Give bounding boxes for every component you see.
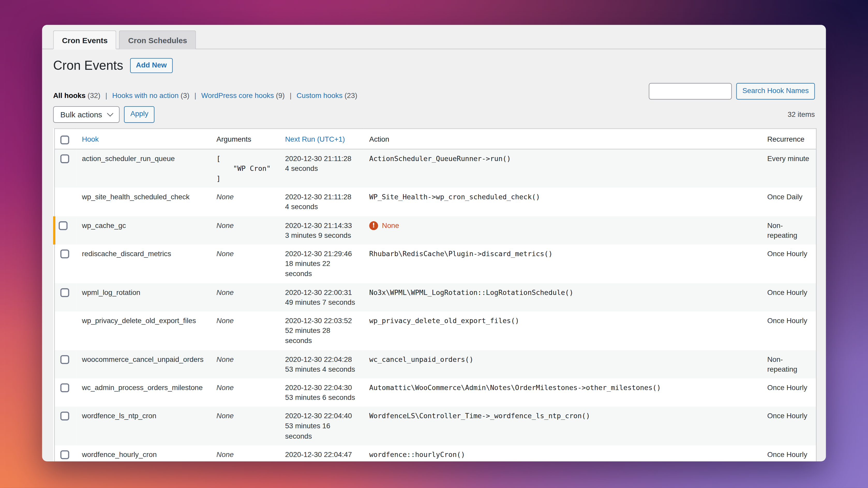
next-run-datetime: 2020-12-30 21:29:46 — [285, 249, 358, 259]
action-none-label: None — [382, 221, 399, 231]
recurrence-cell: Every minute — [762, 149, 816, 188]
column-header-hook[interactable]: Hook — [76, 128, 211, 149]
bulk-actions-toolbar: Bulk actions Apply 32 items — [53, 106, 815, 123]
row-checkbox-cell — [54, 216, 76, 245]
table-row: wp_site_health_scheduled_checkNone2020-1… — [54, 188, 816, 216]
row-checkbox[interactable] — [60, 450, 69, 459]
add-new-button[interactable]: Add New — [130, 58, 173, 73]
row-checkbox-cell — [54, 312, 76, 350]
action-cell: Automattic\WooCommerce\Admin\Notes\Order… — [364, 379, 762, 407]
title-row: Cron Events Add New — [53, 58, 815, 74]
action-callback: wordfence::hourlyCron() — [369, 450, 465, 459]
tab-cron-events[interactable]: Cron Events — [53, 31, 116, 50]
filter-count: (23) — [344, 91, 357, 99]
action-callback: ActionScheduler_QueueRunner->run() — [369, 154, 511, 163]
table-row: action_scheduler_run_queue[ "WP Cron" ]2… — [54, 149, 816, 188]
recurrence-cell: Once Hourly — [762, 445, 816, 461]
next-run-datetime: 2020-12-30 22:04:47 — [285, 450, 358, 460]
filter-item: Hooks with no action (3) — [100, 91, 189, 99]
warning-icon: ! — [369, 221, 378, 230]
arguments-cell: None — [211, 379, 279, 407]
filter-count: (32) — [87, 91, 100, 99]
table-row: woocommerce_cancel_unpaid_ordersNone2020… — [54, 350, 816, 379]
column-header-action: Action — [364, 128, 762, 149]
arguments-json: [ "WP Cron" ] — [216, 154, 274, 184]
recurrence-cell: Once Hourly — [762, 379, 816, 407]
row-checkbox[interactable] — [59, 221, 67, 230]
next-run-cell: 2020-12-30 22:04:4053 minutes 16 seconds — [280, 407, 364, 445]
filter-wordpress-core-hooks[interactable]: WordPress core hooks (9) — [201, 91, 285, 99]
row-checkbox[interactable] — [60, 412, 69, 421]
filter-custom-hooks[interactable]: Custom hooks (23) — [297, 91, 357, 99]
next-run-cell: 2020-12-30 21:11:284 seconds — [280, 149, 364, 188]
next-run-relative: 49 minutes 7 seconds — [285, 297, 358, 307]
hook-name-cell: wp_cache_gc — [76, 216, 211, 245]
next-run-cell: 2020-12-30 21:29:4618 minutes 22 seconds — [280, 245, 364, 283]
recurrence-cell: Once Hourly — [762, 312, 816, 350]
filter-item: Custom hooks (23) — [285, 91, 358, 99]
hook-name-cell: rediscache_discard_metrics — [76, 245, 211, 283]
next-run-relative: 3 minutes 9 seconds — [285, 231, 358, 241]
row-checkbox[interactable] — [60, 383, 69, 392]
column-header-recurrence: Recurrence — [762, 128, 816, 149]
table-row: wp_cache_gcNone2020-12-30 21:14:333 minu… — [54, 216, 816, 245]
search-hook-names-button[interactable]: Search Hook Names — [736, 83, 815, 99]
action-callback: Automattic\WooCommerce\Admin\Notes\Order… — [369, 383, 661, 392]
next-run-datetime: 2020-12-30 22:04:28 — [285, 354, 358, 364]
arguments-cell: None — [211, 445, 279, 461]
filter-all-hooks[interactable]: All hooks (32) — [53, 91, 100, 99]
action-cell: wordfence::hourlyCron() — [364, 445, 762, 461]
action-cell: wp_privacy_delete_old_export_files() — [364, 312, 762, 350]
chevron-down-icon — [107, 110, 114, 116]
items-count: 32 items — [787, 110, 815, 119]
column-header-next-run[interactable]: Next Run (UTC+1) — [280, 128, 364, 149]
filter-hooks-with-no-action[interactable]: Hooks with no action (3) — [112, 91, 190, 99]
tab-cron-schedules[interactable]: Cron Schedules — [119, 31, 196, 50]
next-run-cell: 2020-12-30 22:03:5252 minutes 28 seconds — [280, 312, 364, 350]
next-run-cell: 2020-12-30 21:14:333 minutes 9 seconds — [280, 216, 364, 245]
search-input[interactable] — [649, 83, 732, 99]
next-run-relative: 53 minutes 6 seconds — [285, 393, 358, 403]
arguments-none: None — [216, 412, 234, 420]
arguments-cell: None — [211, 350, 279, 379]
row-checkbox[interactable] — [60, 250, 69, 258]
next-run-cell: 2020-12-30 22:04:3053 minutes 6 seconds — [280, 379, 364, 407]
arguments-none: None — [216, 250, 234, 258]
action-cell: wc_cancel_unpaid_orders() — [364, 350, 762, 379]
arguments-cell: None — [211, 312, 279, 350]
row-checkbox[interactable] — [60, 355, 69, 364]
row-checkbox-cell — [54, 245, 76, 283]
apply-button[interactable]: Apply — [124, 106, 154, 123]
arguments-none: None — [216, 221, 234, 229]
hook-name-cell: wordfence_hourly_cron — [76, 445, 211, 461]
recurrence-cell: Once Hourly — [762, 283, 816, 312]
table-row: wordfence_hourly_cronNone2020-12-30 22:0… — [54, 445, 816, 461]
next-run-datetime: 2020-12-30 22:03:52 — [285, 316, 358, 326]
hook-name-cell: wp_site_health_scheduled_check — [76, 188, 211, 216]
next-run-relative: 4 seconds — [285, 202, 358, 212]
action-callback: wp_privacy_delete_old_export_files() — [369, 316, 519, 325]
table-row: wc_admin_process_orders_milestoneNone202… — [54, 379, 816, 407]
tab-bar: Cron EventsCron Schedules — [42, 25, 826, 49]
next-run-relative: 4 seconds — [285, 164, 358, 174]
row-checkbox-cell — [54, 407, 76, 445]
next-run-relative: 53 minutes 23 seconds — [285, 460, 358, 461]
filter-item: All hooks (32) — [53, 91, 100, 99]
row-checkbox[interactable] — [60, 288, 69, 297]
column-header-arguments: Arguments — [211, 128, 279, 149]
action-none: !None — [369, 221, 756, 231]
action-cell: No3x\WPML\WPML_LogRotation::LogRotationS… — [364, 283, 762, 312]
recurrence-cell: Once Hourly — [762, 407, 816, 445]
recurrence-cell: Once Daily — [762, 188, 816, 216]
hook-name-cell: wc_admin_process_orders_milestone — [76, 379, 211, 407]
select-all-checkbox[interactable] — [60, 135, 69, 144]
arguments-cell: None — [211, 245, 279, 283]
row-checkbox[interactable] — [60, 154, 69, 163]
next-run-relative: 52 minutes 28 seconds — [285, 326, 358, 346]
next-run-datetime: 2020-12-30 22:04:30 — [285, 383, 358, 393]
filter-item: WordPress core hooks (9) — [189, 91, 284, 99]
next-run-cell: 2020-12-30 22:04:4753 minutes 23 seconds — [280, 445, 364, 461]
arguments-none: None — [216, 316, 234, 325]
bulk-actions-select[interactable]: Bulk actions — [53, 106, 120, 123]
next-run-datetime: 2020-12-30 21:14:33 — [285, 221, 358, 231]
